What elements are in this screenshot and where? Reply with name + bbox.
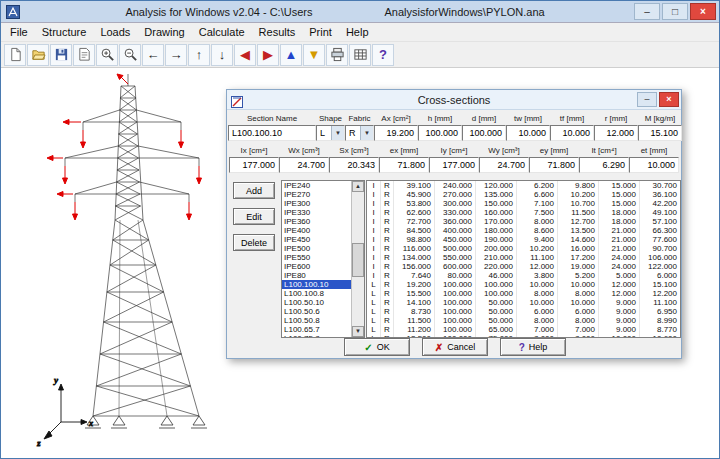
table-row[interactable]: IR39.100240.000120.0006.2009.80015.00030…: [367, 181, 680, 190]
zoom-in-button[interactable]: [96, 44, 118, 66]
scrollbar-thumb[interactable]: [352, 243, 364, 277]
list-scrollbar[interactable]: ▲ ▼: [351, 181, 364, 337]
pan-down-button[interactable]: ↓: [211, 44, 233, 66]
dialog-close-button[interactable]: ×: [659, 92, 679, 107]
chevron-down-icon[interactable]: ▼: [331, 126, 344, 140]
help-button[interactable]: ?Help: [500, 338, 566, 356]
pan-up-button[interactable]: ↑: [188, 44, 210, 66]
close-button[interactable]: ×: [690, 3, 716, 20]
table-cell: 12.000: [598, 289, 639, 298]
view-down-button[interactable]: ▼: [303, 44, 325, 66]
table-row[interactable]: IR134.000550.000210.00011.10017.20024.00…: [367, 253, 680, 262]
property-field[interactable]: 10.000: [629, 157, 679, 173]
list-item[interactable]: L100.100.8: [282, 289, 351, 298]
delete-button[interactable]: Delete: [233, 234, 275, 251]
list-item[interactable]: IPE600: [282, 262, 351, 271]
table-cell: 24.000: [598, 253, 639, 262]
list-item[interactable]: IPE240: [282, 181, 351, 190]
property-field[interactable]: 24.700: [279, 157, 329, 173]
menu-print[interactable]: Print: [302, 24, 339, 40]
list-item[interactable]: L100.50.6: [282, 307, 351, 316]
list-item[interactable]: IPE400: [282, 226, 351, 235]
shape-select[interactable]: L▼: [316, 125, 345, 141]
title-bar[interactable]: Analysis for Windows v2.04 - C:\UsersAna…: [1, 1, 719, 23]
table-row[interactable]: LR15.500100.000100.0008.0008.00012.00012…: [367, 289, 680, 298]
list-item[interactable]: IPE550: [282, 253, 351, 262]
table-row[interactable]: IR72.700360.000170.0008.00012.70018.0005…: [367, 217, 680, 226]
menu-drawing[interactable]: Drawing: [137, 24, 191, 40]
table-row[interactable]: LR19.200100.000100.00010.00010.00012.000…: [367, 280, 680, 289]
list-item[interactable]: L100.50.10: [282, 298, 351, 307]
table-row[interactable]: IR7.64080.00046.0003.8005.2005.0006.000: [367, 271, 680, 280]
pan-right-button[interactable]: →: [165, 44, 187, 66]
edit-button[interactable]: Edit: [233, 208, 275, 225]
table-row[interactable]: LR11.500100.00050.0008.0008.0009.0008.99…: [367, 316, 680, 325]
property-field[interactable]: 71.800: [529, 157, 579, 173]
print-button[interactable]: [326, 44, 348, 66]
table-row[interactable]: IR53.800300.000150.0007.10010.70015.0004…: [367, 199, 680, 208]
property-field[interactable]: 12.000: [594, 125, 638, 141]
property-field[interactable]: 6.290: [579, 157, 629, 173]
print-preview-button[interactable]: [73, 44, 95, 66]
help-button[interactable]: ?: [372, 44, 394, 66]
list-item[interactable]: IPE270: [282, 190, 351, 199]
new-button[interactable]: [4, 44, 26, 66]
list-item[interactable]: IPE450: [282, 235, 351, 244]
table-row[interactable]: IR45.900270.000135.0006.60010.20015.0003…: [367, 190, 680, 199]
pan-left-button[interactable]: ←: [142, 44, 164, 66]
menu-calculate[interactable]: Calculate: [192, 24, 252, 40]
table-row[interactable]: IR156.000600.000220.00012.00019.00024.00…: [367, 262, 680, 271]
property-field[interactable]: 24.700: [479, 157, 529, 173]
dialog-title-bar[interactable]: Cross-sections – ×: [227, 90, 681, 110]
property-field[interactable]: 71.800: [379, 157, 429, 173]
list-item[interactable]: L100.75.8: [282, 334, 351, 337]
menu-structure[interactable]: Structure: [35, 24, 94, 40]
list-item[interactable]: IPE500: [282, 244, 351, 253]
property-field[interactable]: 100.000: [462, 125, 506, 141]
zoom-out-button[interactable]: [119, 44, 141, 66]
table-row[interactable]: IR98.800450.000190.0009.40014.60021.0007…: [367, 235, 680, 244]
add-button[interactable]: Add: [233, 182, 275, 199]
menu-results[interactable]: Results: [252, 24, 303, 40]
table-button[interactable]: [349, 44, 371, 66]
property-field[interactable]: 177.000: [429, 157, 479, 173]
list-item[interactable]: IPE330: [282, 208, 351, 217]
list-item[interactable]: IPE360: [282, 217, 351, 226]
chevron-down-icon[interactable]: ▼: [360, 126, 373, 140]
menu-file[interactable]: File: [3, 24, 35, 40]
table-row[interactable]: LR14.100100.00050.00010.00010.0009.00011…: [367, 298, 680, 307]
table-row[interactable]: IR116.000500.000200.00010.20016.00021.00…: [367, 244, 680, 253]
property-field[interactable]: 15.100: [638, 125, 682, 141]
rotate-left-button[interactable]: ◀: [234, 44, 256, 66]
property-field[interactable]: 10.000: [506, 125, 550, 141]
property-field[interactable]: 10.000: [550, 125, 594, 141]
open-button[interactable]: [27, 44, 49, 66]
cancel-button[interactable]: ✗Cancel: [422, 338, 488, 356]
dialog-minimize-button[interactable]: –: [637, 92, 657, 107]
property-field[interactable]: 20.343: [329, 157, 379, 173]
minimize-button[interactable]: –: [634, 3, 660, 20]
ok-button[interactable]: ✓OK: [344, 338, 410, 356]
property-field[interactable]: 19.200: [374, 125, 418, 141]
list-item[interactable]: L100.65.7: [282, 325, 351, 334]
fabric-select[interactable]: R▼: [345, 125, 374, 141]
scroll-down-icon[interactable]: ▼: [352, 326, 364, 337]
save-button[interactable]: [50, 44, 72, 66]
section-name-input[interactable]: L100.100.10: [228, 125, 316, 141]
list-item[interactable]: L100.50.8: [282, 316, 351, 325]
list-item[interactable]: L100.100.10: [282, 280, 351, 289]
table-row[interactable]: IR62.600330.000160.0007.50011.50018.0004…: [367, 208, 680, 217]
scroll-up-icon[interactable]: ▲: [352, 181, 364, 192]
property-field[interactable]: 100.000: [418, 125, 462, 141]
rotate-right-button[interactable]: ▶: [257, 44, 279, 66]
table-row[interactable]: LR8.730100.00050.0006.0006.0009.0006.950: [367, 307, 680, 316]
menu-loads[interactable]: Loads: [93, 24, 137, 40]
maximize-button[interactable]: □: [662, 3, 688, 20]
list-item[interactable]: IPE300: [282, 199, 351, 208]
property-field[interactable]: 177.000: [229, 157, 279, 173]
table-row[interactable]: IR84.500400.000180.0008.60013.50021.0006…: [367, 226, 680, 235]
table-row[interactable]: LR11.200100.00065.0007.0007.0009.0008.77…: [367, 325, 680, 334]
list-item[interactable]: IPE80: [282, 271, 351, 280]
menu-help[interactable]: Help: [339, 24, 376, 40]
view-up-button[interactable]: ▲: [280, 44, 302, 66]
